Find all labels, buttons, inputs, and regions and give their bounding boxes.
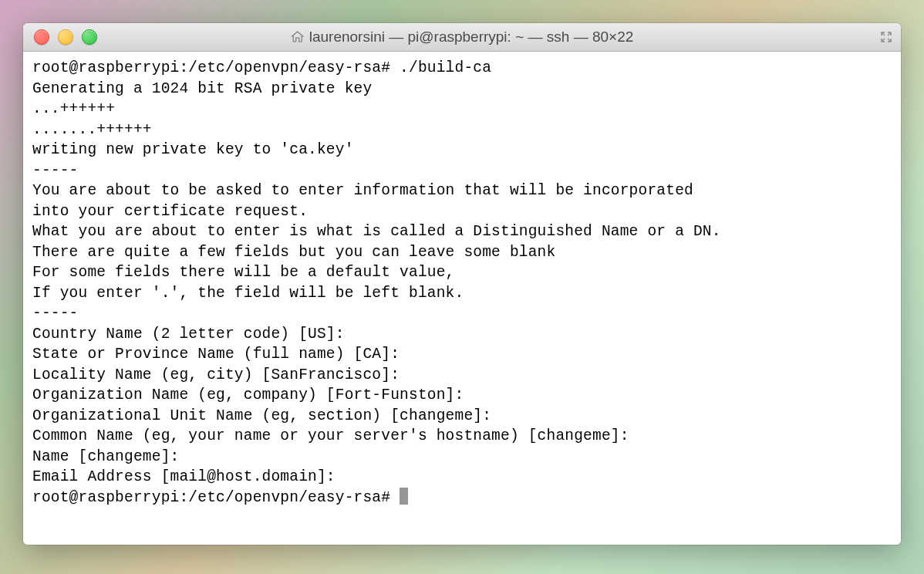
terminal-output[interactable]: root@raspberrypi:/etc/openvpn/easy-rsa# … [23, 52, 901, 545]
terminal-line: ...++++++ [32, 100, 115, 117]
terminal-line: root@raspberrypi:/etc/openvpn/easy-rsa# … [32, 59, 491, 76]
terminal-line: ----- [32, 162, 79, 179]
terminal-line: Generating a 1024 bit RSA private key [32, 80, 372, 97]
terminal-line: There are quite a few fields but you can… [32, 244, 555, 261]
traffic-lights [23, 29, 97, 45]
terminal-line: What you are about to enter is what is c… [32, 223, 721, 240]
maximize-button[interactable] [82, 29, 97, 45]
expand-icon[interactable] [879, 30, 893, 44]
titlebar[interactable]: laurenorsini — pi@raspberrypi: ~ — ssh —… [23, 23, 901, 52]
terminal-line: Organizational Unit Name (eg, section) [… [32, 407, 491, 424]
terminal-line: You are about to be asked to enter infor… [32, 182, 693, 199]
terminal-line: into your certificate request. [32, 203, 308, 220]
home-icon [291, 30, 305, 44]
terminal-line: .......++++++ [32, 121, 152, 138]
terminal-line: ----- [32, 305, 79, 322]
terminal-line: Country Name (2 letter code) [US]: [32, 326, 345, 343]
terminal-line: If you enter '.', the field will be left… [32, 285, 464, 302]
terminal-line: For some fields there will be a default … [32, 264, 455, 281]
terminal-line: Email Address [mail@host.domain]: [32, 468, 336, 485]
terminal-line: writing new private key to 'ca.key' [32, 141, 354, 158]
terminal-line: Locality Name (eg, city) [SanFrancisco]: [32, 366, 400, 383]
close-button[interactable] [34, 29, 49, 45]
cursor [400, 488, 408, 505]
terminal-line: State or Province Name (full name) [CA]: [32, 346, 400, 363]
terminal-window: laurenorsini — pi@raspberrypi: ~ — ssh —… [23, 23, 901, 545]
terminal-line: Common Name (eg, your name or your serve… [32, 427, 629, 444]
terminal-line: Organization Name (eg, company) [Fort-Fu… [32, 387, 464, 403]
window-title-text: laurenorsini — pi@raspberrypi: ~ — ssh —… [309, 29, 634, 46]
window-title: laurenorsini — pi@raspberrypi: ~ — ssh —… [291, 29, 634, 46]
minimize-button[interactable] [58, 29, 73, 45]
terminal-prompt: root@raspberrypi:/etc/openvpn/easy-rsa# [32, 489, 400, 506]
terminal-line: Name [changeme]: [32, 448, 179, 465]
